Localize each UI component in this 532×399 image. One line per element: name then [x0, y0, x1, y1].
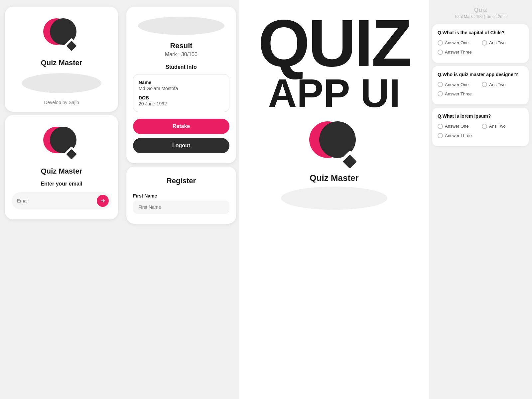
left-panel: Quiz Master Develop by Sajib Quiz Master… [0, 0, 123, 399]
answer-row: Ans Two [482, 82, 523, 87]
splash-blob [22, 73, 101, 93]
logout-button[interactable]: Logout [133, 138, 229, 153]
answer-row: Answer One [438, 82, 479, 87]
develop-text: Develop by Sajib [44, 100, 79, 105]
register-title: Register [133, 177, 229, 185]
answer-row: Answer One [438, 40, 479, 46]
answer-text-1-2: Ans Two [489, 40, 506, 45]
brand-logo [309, 120, 359, 170]
radio-2-3[interactable] [438, 91, 443, 96]
radio-1-2[interactable] [482, 40, 487, 46]
answer-text-2-2: Ans Two [489, 82, 506, 87]
logo-login [43, 125, 80, 162]
answer-text-2-1: Answer One [445, 82, 469, 87]
answer-row: Answer One [438, 124, 479, 129]
result-title: Result [170, 42, 192, 50]
answer-group-1: Answer One Ans Two Answer Three [438, 40, 523, 58]
quiz-header: Quiz Total Mark : 100 | Time : 2min [432, 7, 529, 19]
answer-text-3-3: Answer Three [445, 133, 472, 138]
question-text-1: Q.What is the capital of Chile? [438, 30, 523, 36]
logo-top [43, 17, 80, 53]
answer-group-2: Answer One Ans Two Answer Three [438, 82, 523, 99]
answer-text-1-3: Answer Three [445, 50, 472, 55]
first-name-input[interactable] [133, 200, 229, 214]
answer-group-3: Answer One Ans Two Answer Three [438, 124, 523, 141]
result-blob [138, 17, 224, 35]
quiz-label: Quiz [432, 7, 529, 14]
answer-text-1-1: Answer One [445, 40, 469, 45]
radio-2-1[interactable] [438, 82, 443, 87]
radio-2-2[interactable] [482, 82, 487, 87]
brand-app-name: Quiz Master [310, 173, 358, 183]
splash-app-title: Quiz Master [41, 59, 82, 67]
login-card: Quiz Master Enter your email [5, 115, 118, 219]
answer-row: Answer Three [438, 133, 479, 138]
answer-text-3-2: Ans Two [489, 124, 506, 129]
brand-blob [281, 187, 387, 210]
question-card-3: Q.What is lorem ipsum? Answer One Ans Tw… [432, 108, 529, 146]
answer-row: Answer Three [438, 91, 479, 96]
big-quiz-text: QUIZ [258, 13, 410, 73]
middle-panel: Result Mark : 30/100 Student Info Name M… [123, 0, 239, 399]
radio-3-1[interactable] [438, 124, 443, 129]
radio-1-3[interactable] [438, 50, 443, 55]
first-name-label: First Name [133, 193, 157, 199]
answer-text-2-3: Answer Three [445, 91, 472, 96]
radio-3-3[interactable] [438, 133, 443, 138]
dob-label: DOB [139, 95, 224, 100]
student-info-box: Name Md Golam Mostofa DOB 20 June 1992 [133, 74, 229, 112]
answer-row: Ans Two [482, 124, 523, 129]
result-card: Result Mark : 30/100 Student Info Name M… [126, 7, 236, 163]
name-value: Md Golam Mostofa [139, 86, 224, 91]
dob-value: 20 June 1992 [139, 101, 224, 106]
quiz-meta: Total Mark : 100 | Time : 2min [432, 14, 529, 19]
question-card-2: Q.Who is quiz master app designer? Answe… [432, 66, 529, 105]
question-text-3: Q.What is lorem ipsum? [438, 113, 523, 120]
name-label: Name [139, 80, 224, 85]
radio-3-2[interactable] [482, 124, 487, 129]
brand-panel: QUIZ APP UI Quiz Master [239, 0, 429, 399]
answer-row: Answer Three [438, 50, 479, 55]
right-panel: Quiz Total Mark : 100 | Time : 2min Q.Wh… [429, 0, 532, 399]
radio-1-1[interactable] [438, 40, 443, 46]
splash-card: Quiz Master Develop by Sajib [5, 7, 118, 112]
register-card: Register First Name [126, 167, 236, 224]
student-info-label: Student Info [166, 64, 197, 70]
arrow-button[interactable] [97, 195, 109, 207]
login-app-title: Quiz Master [41, 167, 82, 176]
answer-row: Ans Two [482, 40, 523, 46]
email-input-row [12, 192, 111, 209]
enter-email-label: Enter your email [41, 181, 82, 187]
answer-text-3-1: Answer One [445, 124, 469, 129]
mark-text: Mark : 30/100 [165, 52, 198, 58]
big-app-text: APP UI [268, 73, 400, 113]
email-input[interactable] [17, 198, 94, 203]
question-text-2: Q.Who is quiz master app designer? [438, 71, 523, 78]
question-card-1: Q.What is the capital of Chile? Answer O… [432, 24, 529, 63]
retake-button[interactable]: Retake [133, 119, 229, 134]
arrow-right-icon [100, 198, 105, 203]
